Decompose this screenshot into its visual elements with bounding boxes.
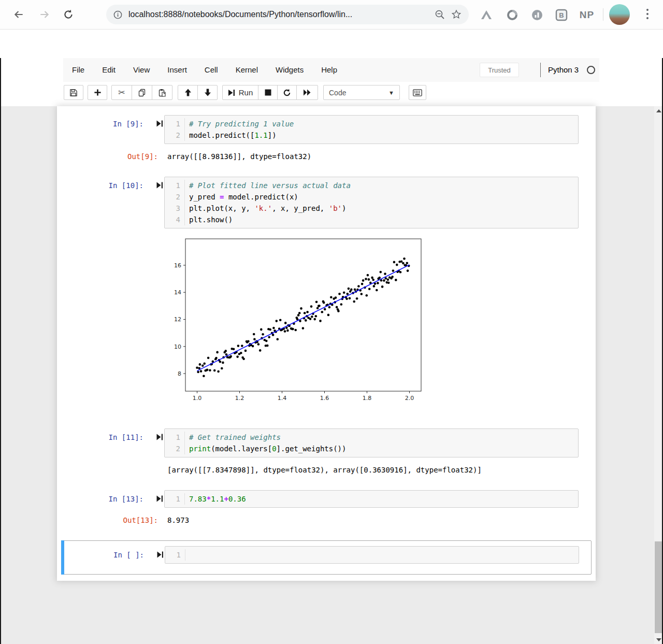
output-text: [array([[7.8347898]], dtype=float32), ar… (167, 464, 482, 476)
code-input[interactable]: 1# Plot fitted line versus actual data2y… (164, 177, 579, 228)
code-cell[interactable]: In [9]:1# Try predicting 1 value2model.p… (61, 115, 592, 162)
interrupt-kernel-button[interactable] (258, 85, 278, 100)
run-cell-icon[interactable] (143, 115, 164, 129)
fitted-line-scatter-chart: 1.01.21.41.61.82.0810121416 (167, 235, 426, 406)
input-prompt: In [13]: (61, 490, 143, 505)
svg-text:1.2: 1.2 (235, 395, 244, 402)
move-cell-up-button[interactable] (178, 85, 198, 100)
stats-extension-icon[interactable] (530, 8, 544, 22)
forward-arrow-icon[interactable] (37, 7, 52, 22)
run-cell-icon[interactable] (143, 428, 164, 442)
code-text: # Try predicting 1 value (185, 118, 294, 130)
code-line: 4plt.show() (165, 214, 578, 225)
cell-output-row: [array([[7.8347898]], dtype=float32), ar… (61, 464, 592, 476)
menu-item-cell[interactable]: Cell (196, 58, 227, 82)
code-line: 1# Try predicting 1 value (165, 118, 578, 130)
address-bar[interactable]: localhost:8888/notebooks/Documents/Pytho… (106, 5, 469, 24)
page-background: In [9]:1# Try predicting 1 value2model.p… (0, 106, 663, 644)
menu-item-kernel[interactable]: Kernel (227, 58, 267, 82)
restart-icon (283, 89, 291, 97)
line-number: 1 (165, 432, 185, 443)
arrow-down-icon (204, 89, 211, 96)
input-prompt: In [10]: (61, 177, 143, 191)
command-palette-button[interactable] (409, 85, 426, 100)
scissors-icon: ✂ (118, 88, 125, 97)
page-info-icon[interactable] (113, 10, 122, 19)
line-number: 1 (165, 493, 185, 505)
cut-button[interactable]: ✂ (111, 85, 132, 100)
cell-type-dropdown[interactable]: Code ▼ (323, 85, 400, 100)
line-number: 1 (165, 180, 185, 191)
bookmark-star-icon[interactable] (451, 9, 462, 20)
notebook: In [9]:1# Try predicting 1 value2model.p… (57, 106, 596, 581)
output-prompt (61, 464, 158, 476)
code-line: 2print(model.layers[0].get_weights()) (165, 443, 578, 454)
run-cell-icon[interactable] (144, 546, 165, 560)
code-input[interactable]: 1# Get trained weights2print(model.layer… (164, 428, 579, 457)
menu-item-widgets[interactable]: Widgets (267, 58, 312, 82)
browser-window: localhost:8888/notebooks/Documents/Pytho… (0, 0, 663, 644)
drive-extension-icon[interactable] (480, 8, 493, 22)
menu-item-file[interactable]: File (63, 58, 93, 82)
keyboard-icon (413, 89, 422, 96)
code-text: model.predict([1.1]) (185, 130, 277, 141)
reload-icon[interactable] (61, 7, 76, 22)
cell-type-value: Code (329, 89, 346, 97)
step-forward-icon (228, 89, 235, 96)
run-cell-icon[interactable] (143, 490, 164, 504)
restart-run-all-button[interactable] (296, 85, 318, 100)
line-number: 1 (165, 118, 185, 130)
code-cell[interactable]: In [11]:1# Get trained weights2print(mod… (61, 428, 592, 476)
cell-output-row: Out[9]:array([[8.98136]], dtype=float32) (61, 151, 592, 162)
cell-output-chart: 1.01.21.41.61.82.0810121416 (167, 235, 592, 408)
input-prompt: In [11]: (61, 428, 143, 443)
profile-avatar[interactable] (609, 4, 630, 25)
cell-input-row: In [13]:17.83*1.1+0.36 (61, 490, 592, 508)
run-button[interactable]: Run (222, 85, 258, 100)
menu-item-view[interactable]: View (124, 58, 158, 82)
svg-text:1.4: 1.4 (278, 395, 287, 402)
code-cell[interactable]: In [ ]:1 (61, 540, 592, 575)
trusted-badge[interactable]: Trusted (480, 63, 519, 77)
menu-row: File Edit View Insert Cell Kernel Widget… (0, 58, 663, 82)
svg-text:12: 12 (174, 316, 181, 323)
output-text: array([[8.98136]], dtype=float32) (167, 151, 311, 162)
menu-item-edit[interactable]: Edit (93, 58, 124, 82)
code-cell[interactable]: In [10]:1# Plot fitted line versus actua… (61, 177, 592, 408)
code-input[interactable]: 17.83*1.1+0.36 (164, 490, 579, 508)
code-input[interactable]: 1 (165, 546, 579, 564)
run-cell-icon[interactable] (143, 177, 164, 191)
back-arrow-icon[interactable] (11, 7, 26, 22)
code-line: 17.83*1.1+0.36 (165, 493, 578, 505)
code-input[interactable]: 1# Try predicting 1 value2model.predict(… (164, 115, 579, 144)
cell-input-row: In [9]:1# Try predicting 1 value2model.p… (61, 115, 592, 144)
b-extension-icon[interactable]: B (555, 8, 568, 22)
restart-kernel-button[interactable] (277, 85, 297, 100)
browser-menu-icon[interactable] (646, 9, 648, 19)
line-number: 4 (165, 214, 185, 225)
scrollbar-thumb[interactable] (655, 541, 662, 633)
add-cell-button[interactable] (88, 85, 107, 100)
save-icon (69, 89, 78, 97)
svg-text:10: 10 (174, 344, 181, 350)
save-button[interactable] (64, 85, 83, 100)
paste-icon (158, 89, 166, 97)
ring-extension-icon[interactable] (506, 8, 519, 22)
svg-text:16: 16 (174, 262, 181, 269)
paste-button[interactable] (152, 85, 172, 100)
code-cell[interactable]: In [13]:17.83*1.1+0.36Out[13]:8.973 (61, 490, 592, 526)
copy-button[interactable] (132, 85, 152, 100)
np-extension-icon[interactable]: NP (576, 8, 598, 22)
run-label: Run (239, 88, 253, 97)
svg-text:1.6: 1.6 (320, 395, 329, 402)
code-line: 1 (165, 549, 579, 561)
url-text[interactable]: localhost:8888/notebooks/Documents/Pytho… (128, 10, 428, 19)
menu-item-insert[interactable]: Insert (158, 58, 196, 82)
move-cell-down-button[interactable] (197, 85, 218, 100)
svg-text:2.0: 2.0 (405, 395, 414, 402)
zoom-out-icon[interactable] (435, 9, 445, 20)
arrow-up-icon (184, 89, 192, 96)
line-number: 1 (165, 549, 185, 561)
toolbar: ✂ Run (0, 82, 663, 106)
menu-item-help[interactable]: Help (312, 58, 346, 82)
